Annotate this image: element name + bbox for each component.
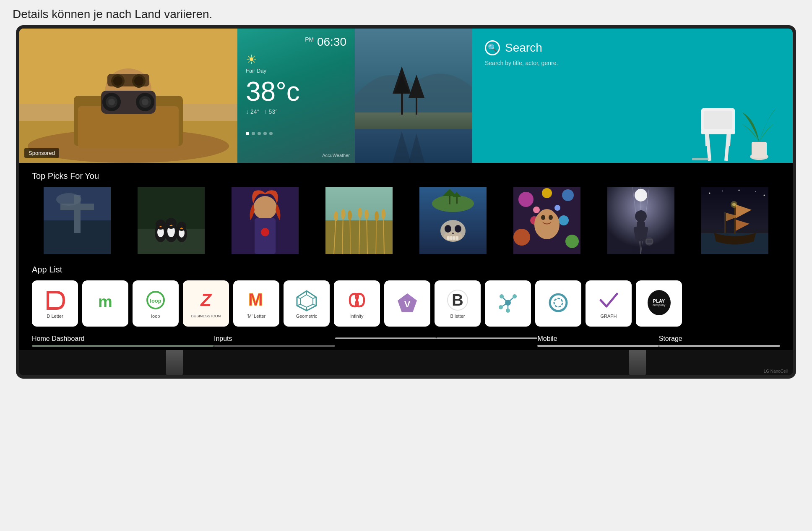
app-item-infinity[interactable]: infinity (334, 280, 380, 327)
nav-storage[interactable]: Storage (659, 335, 780, 347)
sponsored-badge: Sponsored (24, 148, 59, 158)
svg-point-17 (113, 76, 122, 86)
app-item-graph[interactable]: GRAPH (586, 280, 632, 327)
pick-item-2[interactable] (126, 187, 216, 254)
svg-point-88 (562, 189, 574, 201)
svg-rect-83 (450, 236, 453, 240)
app-item-business-z[interactable]: Z BUSINESS ICON (183, 280, 229, 327)
svg-point-72 (375, 211, 379, 221)
pick-item-1[interactable] (32, 187, 122, 254)
pick-item-5[interactable] (408, 187, 498, 254)
svg-point-75 (432, 195, 474, 212)
app-item-molecule[interactable] (485, 280, 531, 327)
app-item-circle[interactable] (535, 280, 581, 327)
svg-rect-85 (456, 236, 458, 240)
svg-rect-25 (752, 142, 767, 158)
svg-point-114 (755, 191, 756, 192)
nav-empty-1[interactable] (335, 335, 436, 347)
pick-item-6[interactable] (502, 187, 592, 254)
svg-point-87 (518, 192, 534, 207)
top-picks-title: Top Picks For You (32, 171, 780, 181)
banner-main[interactable]: Sponsored (19, 29, 237, 163)
app-item-v-letter[interactable]: V (384, 280, 430, 327)
nav-mobile-label: Mobile (537, 335, 658, 343)
svg-point-12 (108, 99, 115, 105)
svg-point-89 (513, 229, 530, 246)
stand-right (629, 350, 646, 375)
time-display: 06:30 (317, 35, 346, 48)
app-item-m-green[interactable]: m (82, 280, 128, 327)
banner-search[interactable]: 🔍 Search Search by title, actor, genre. (472, 29, 793, 163)
svg-point-113 (739, 190, 740, 191)
svg-rect-117 (734, 204, 736, 234)
svg-point-120 (732, 203, 736, 206)
app-label-b-letter: B letter (450, 314, 465, 319)
app-list-section: App List D Letter m (19, 258, 793, 331)
svg-rect-77 (456, 197, 458, 204)
svg-rect-118 (724, 212, 726, 233)
weather-sun-icon: ☀ (246, 52, 346, 67)
svg-point-81 (455, 225, 461, 233)
app-item-d-letter[interactable]: D Letter (32, 280, 78, 327)
app-label-d-letter: D Letter (47, 314, 63, 319)
svg-point-73 (381, 209, 385, 219)
svg-text:M: M (248, 290, 263, 309)
pick-item-7[interactable] (596, 187, 686, 254)
weather-temp: 38°c (246, 78, 346, 105)
weather-range: ↓ 24° ↑ 53° (246, 108, 346, 115)
svg-point-150 (554, 298, 562, 307)
banner-landscape[interactable] (355, 29, 472, 163)
top-banner: Sponsored PM 06:30 ☀ Fair Day 38°c ↓ 24°… (19, 29, 793, 163)
svg-point-144 (505, 300, 511, 306)
svg-point-57 (261, 228, 269, 236)
accuweather-logo: AccuWeather (322, 153, 350, 158)
app-grid: D Letter m loop (32, 280, 780, 327)
svg-rect-32 (704, 111, 732, 129)
pick-item-3[interactable] (220, 187, 310, 254)
svg-rect-23 (416, 98, 417, 115)
svg-point-105 (635, 210, 647, 222)
nav-inputs[interactable]: Inputs (214, 335, 335, 347)
svg-point-98 (533, 207, 540, 213)
weather-widget[interactable]: PM 06:30 ☀ Fair Day 38°c ↓ 24° ↑ 53° (237, 29, 355, 163)
app-item-loop[interactable]: loop loop (133, 280, 179, 327)
nav-storage-label: Storage (659, 335, 780, 343)
svg-point-13 (142, 99, 148, 105)
svg-rect-76 (449, 196, 450, 204)
nav-empty-2[interactable] (436, 335, 537, 347)
svg-point-96 (541, 215, 545, 220)
svg-point-68 (341, 209, 345, 219)
app-label-m-letter: 'M' Letter (247, 314, 266, 319)
nav-home-dashboard[interactable]: Home Dashboard (32, 335, 214, 347)
app-label-graph: GRAPH (600, 314, 617, 319)
svg-point-95 (538, 209, 556, 228)
nav-mobile[interactable]: Mobile (537, 335, 658, 347)
app-item-m-letter[interactable]: M M 'M' Letter (233, 280, 279, 327)
top-picks-section: Top Picks For You (19, 163, 793, 258)
search-icon: 🔍 (485, 40, 500, 55)
svg-point-112 (722, 191, 723, 191)
svg-rect-22 (401, 94, 403, 115)
app-label-infinity: infinity (350, 314, 363, 319)
svg-marker-128 (300, 295, 313, 307)
svg-point-147 (506, 309, 510, 313)
svg-point-80 (445, 225, 451, 233)
stand-left (166, 350, 183, 375)
tv-screen: Sponsored PM 06:30 ☀ Fair Day 38°c ↓ 24°… (19, 29, 793, 350)
app-item-b-letter[interactable]: B B letter (435, 280, 481, 327)
app-item-play[interactable]: PLAY company (636, 280, 682, 327)
pick-item-4[interactable] (314, 187, 404, 254)
nav-inputs-label: Inputs (214, 335, 335, 343)
app-item-geometric[interactable]: Geometric (284, 280, 330, 327)
nav-home-label: Home Dashboard (32, 335, 214, 343)
svg-point-69 (348, 210, 352, 220)
pick-item-8[interactable] (690, 187, 780, 254)
svg-text:V: V (404, 299, 410, 309)
svg-point-46 (166, 218, 177, 229)
svg-point-55 (253, 196, 277, 220)
app-label-business-z: BUSINESS ICON (191, 314, 221, 318)
svg-rect-82 (447, 236, 450, 240)
svg-point-67 (334, 211, 338, 221)
svg-point-91 (542, 188, 552, 198)
svg-point-70 (358, 208, 362, 218)
